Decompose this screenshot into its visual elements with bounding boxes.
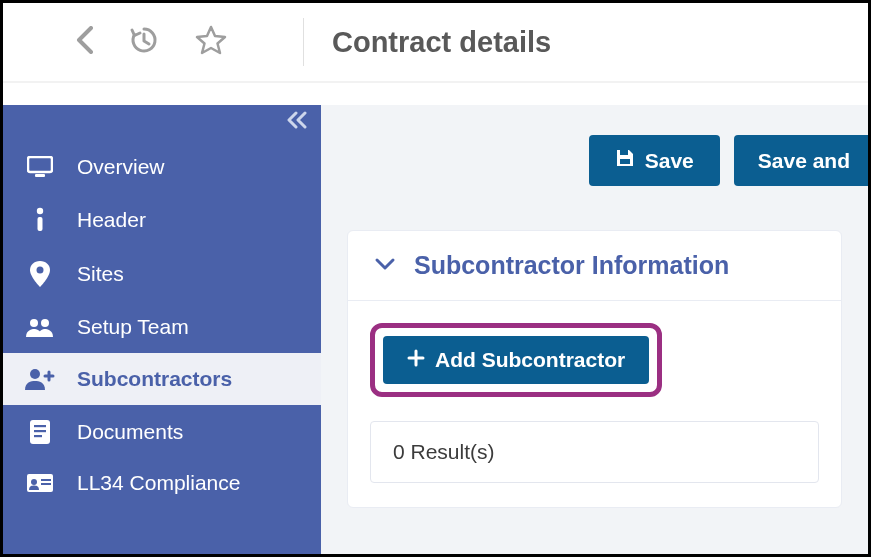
id-card-icon <box>25 473 55 493</box>
svg-point-4 <box>37 267 44 274</box>
sidebar-item-sites[interactable]: Sites <box>3 247 321 301</box>
document-icon <box>25 419 55 445</box>
app-frame: Contract details Overview Heade <box>0 0 871 557</box>
sidebar-item-ll34[interactable]: LL34 Compliance <box>3 459 321 499</box>
content-area: Save Save and Subcontractor Information <box>321 105 868 554</box>
svg-rect-11 <box>34 435 42 437</box>
results-box: 0 Result(s) <box>370 421 819 483</box>
save-and-label: Save and <box>758 149 850 173</box>
svg-rect-17 <box>620 159 630 164</box>
svg-rect-10 <box>34 430 46 432</box>
panel-title: Subcontractor Information <box>414 251 729 280</box>
svg-rect-3 <box>38 217 43 231</box>
pin-icon <box>25 261 55 287</box>
topbar-icon-group <box>27 24 275 60</box>
panel-header[interactable]: Subcontractor Information <box>348 231 841 301</box>
sidebar-item-label: Overview <box>77 155 165 179</box>
user-plus-icon <box>25 368 55 390</box>
svg-rect-16 <box>620 150 628 155</box>
info-icon <box>25 207 55 233</box>
team-icon <box>25 317 55 337</box>
action-row: Save Save and <box>321 105 871 186</box>
svg-rect-1 <box>35 174 45 177</box>
chevron-down-icon <box>374 257 396 275</box>
sidebar-item-label: LL34 Compliance <box>77 471 240 495</box>
main-area: Overview Header Sites <box>3 105 868 554</box>
topbar-divider <box>303 18 304 66</box>
subcontractor-panel: Subcontractor Information Add Subcontrac… <box>347 230 842 508</box>
sidebar-item-header[interactable]: Header <box>3 193 321 247</box>
topbar: Contract details <box>3 3 868 81</box>
svg-point-2 <box>37 208 43 214</box>
svg-rect-9 <box>34 425 46 427</box>
results-text: 0 Result(s) <box>393 440 495 463</box>
sidebar-item-documents[interactable]: Documents <box>3 405 321 459</box>
add-subcontractor-label: Add Subcontractor <box>435 348 625 372</box>
svg-point-7 <box>30 369 40 379</box>
spacer <box>3 83 868 105</box>
sidebar: Overview Header Sites <box>3 105 321 554</box>
save-and-button[interactable]: Save and <box>734 135 871 186</box>
sidebar-item-overview[interactable]: Overview <box>3 141 321 193</box>
history-icon[interactable] <box>129 25 159 59</box>
save-label: Save <box>645 149 694 173</box>
svg-rect-15 <box>41 483 51 485</box>
sidebar-item-setup-team[interactable]: Setup Team <box>3 301 321 353</box>
sidebar-item-subcontractors[interactable]: Subcontractors <box>3 353 321 405</box>
svg-rect-0 <box>28 157 52 172</box>
plus-icon <box>407 348 425 372</box>
sidebar-item-label: Documents <box>77 420 183 444</box>
monitor-icon <box>25 156 55 178</box>
star-icon[interactable] <box>195 24 227 60</box>
callout-highlight: Add Subcontractor <box>370 323 662 397</box>
page-title: Contract details <box>332 26 551 59</box>
sidebar-item-label: Sites <box>77 262 124 286</box>
svg-point-5 <box>30 319 38 327</box>
panel-body: Add Subcontractor 0 Result(s) <box>348 301 841 507</box>
sidebar-item-label: Subcontractors <box>77 367 232 391</box>
save-icon <box>615 148 635 173</box>
nav-list: Overview Header Sites <box>3 105 321 499</box>
sidebar-item-label: Setup Team <box>77 315 189 339</box>
sidebar-item-label: Header <box>77 208 146 232</box>
add-subcontractor-button[interactable]: Add Subcontractor <box>383 336 649 384</box>
svg-rect-14 <box>41 479 51 481</box>
save-button[interactable]: Save <box>589 135 720 186</box>
collapse-icon[interactable] <box>285 111 309 133</box>
back-icon[interactable] <box>75 26 93 58</box>
svg-point-6 <box>41 319 49 327</box>
svg-point-13 <box>31 479 37 485</box>
